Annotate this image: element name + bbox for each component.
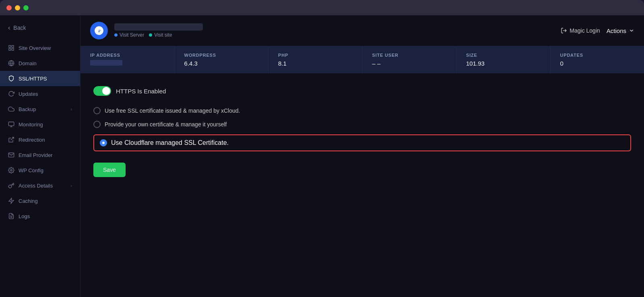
stat-ip-address: IP ADDRESS [80, 46, 175, 73]
sidebar-item-redirection[interactable]: Redirection [0, 132, 80, 147]
zap-icon [8, 198, 14, 204]
sidebar-label-email-provider: Email Provider [19, 152, 53, 158]
site-dot-icon [149, 33, 152, 37]
stat-value-wordpress: 6.4.3 [184, 60, 259, 67]
shield-icon [8, 75, 14, 82]
radio-option-cloudflare-highlighted[interactable]: Use Cloudflare managed SSL Certificate. [93, 134, 631, 151]
key-icon [8, 182, 14, 189]
svg-line-9 [11, 137, 14, 140]
settings-icon [8, 167, 14, 173]
chevron-down-icon [629, 28, 634, 33]
radio-label-free-ssl: Use free SSL certificate issued & manage… [105, 107, 240, 114]
actions-button[interactable]: Actions [607, 27, 634, 34]
visit-server-meta[interactable]: Visit Server [114, 32, 144, 38]
actions-label: Actions [607, 27, 626, 34]
svg-rect-6 [8, 122, 14, 126]
radio-option-own-cert[interactable]: Provide your own certificate & manage it… [93, 121, 631, 128]
wp-logo: W [90, 22, 108, 39]
site-name-bar [114, 23, 203, 31]
https-toggle-label: HTTPS Is Enabled [116, 88, 166, 95]
external-link-icon [8, 136, 14, 143]
monitor-icon [8, 121, 14, 128]
stat-site-user: SITE USER – – [363, 46, 457, 73]
sidebar-item-email-provider[interactable]: Email Provider [0, 147, 80, 163]
radio-label-own-cert: Provide your own certificate & manage it… [105, 121, 227, 128]
toggle-knob [102, 87, 110, 95]
radio-label-cloudflare: Use Cloudflare managed SSL Certificate. [111, 139, 229, 146]
visit-server-label: Visit Server [120, 32, 144, 38]
sidebar-label-redirection: Redirection [19, 137, 45, 143]
stat-value-site-user: – – [372, 60, 447, 67]
svg-point-10 [10, 169, 12, 171]
back-button[interactable]: ‹ Back [0, 19, 80, 37]
magic-login-button[interactable]: Magic Login [561, 27, 600, 34]
visit-site-meta[interactable]: Visit site [149, 32, 172, 38]
sidebar-label-updates: Updates [19, 91, 38, 97]
svg-rect-3 [12, 48, 14, 50]
stat-value-updates: 0 [560, 60, 635, 67]
stat-wordpress: WORDPRESS 6.4.3 [175, 46, 269, 73]
sidebar: ‹ Back Site Overview Domain SSL/HTTPS Up… [0, 15, 80, 297]
sidebar-item-backup[interactable]: Backup › [0, 101, 80, 117]
window-chrome [0, 0, 644, 15]
sidebar-nav: Site Overview Domain SSL/HTTPS Updates B… [0, 37, 80, 297]
stats-bar: IP ADDRESS WORDPRESS 6.4.3 PHP 8.1 SITE … [80, 46, 644, 73]
svg-text:W: W [97, 28, 101, 33]
svg-rect-2 [9, 48, 11, 50]
stat-label-wordpress: WORDPRESS [184, 53, 259, 58]
stat-value-ip-bar [90, 60, 122, 66]
sidebar-label-caching: Caching [19, 198, 38, 204]
sidebar-item-domain[interactable]: Domain [0, 56, 80, 71]
stat-label-php: PHP [278, 53, 353, 58]
maximize-dot[interactable] [23, 5, 29, 10]
chevron-right-access-icon: › [70, 183, 72, 188]
mail-icon [8, 152, 14, 158]
sidebar-item-access-details[interactable]: Access Details › [0, 178, 80, 193]
sidebar-label-monitoring: Monitoring [19, 122, 43, 128]
stat-label-site-user: SITE USER [372, 53, 447, 58]
sidebar-item-ssl-https[interactable]: SSL/HTTPS [0, 71, 80, 86]
magic-login-icon [561, 27, 567, 34]
minimize-dot[interactable] [15, 5, 20, 10]
sidebar-item-caching[interactable]: Caching [0, 193, 80, 208]
stat-size: SIZE 101.93 [456, 46, 551, 73]
back-arrow-icon: ‹ [8, 24, 10, 31]
save-button[interactable]: Save [93, 163, 126, 177]
sidebar-item-updates[interactable]: Updates [0, 86, 80, 101]
sidebar-label-backup: Backup [19, 106, 36, 112]
sidebar-label-domain: Domain [19, 60, 37, 66]
stat-label-updates: UPDATES [560, 53, 635, 58]
sidebar-label-wp-config: WP Config [19, 167, 43, 173]
svg-rect-0 [9, 45, 11, 47]
header-actions: Magic Login Actions [561, 27, 634, 34]
radio-circle-cloudflare [100, 139, 107, 146]
svg-marker-11 [9, 198, 14, 203]
close-dot[interactable] [6, 5, 12, 10]
chevron-right-icon: › [70, 107, 72, 111]
sidebar-item-monitoring[interactable]: Monitoring [0, 117, 80, 132]
https-toggle[interactable] [93, 86, 111, 96]
radio-option-free-ssl[interactable]: Use free SSL certificate issued & manage… [93, 107, 631, 114]
sidebar-item-site-overview[interactable]: Site Overview [0, 40, 80, 56]
sidebar-item-logs[interactable]: Logs [0, 208, 80, 224]
stat-label-ip: IP ADDRESS [90, 53, 165, 58]
cloud-icon [8, 106, 14, 112]
sidebar-label-site-overview: Site Overview [19, 45, 51, 51]
site-info: Visit Server Visit site [114, 23, 203, 38]
radio-circle-own-cert [93, 121, 101, 128]
stat-php: PHP 8.1 [268, 46, 363, 73]
file-text-icon [8, 213, 14, 219]
header: W Visit Server Visit site [80, 15, 644, 46]
grid-icon [8, 45, 14, 51]
sidebar-item-wp-config[interactable]: WP Config [0, 163, 80, 178]
visit-site-label: Visit site [154, 32, 172, 38]
https-toggle-row: HTTPS Is Enabled [93, 86, 631, 96]
svg-rect-1 [12, 45, 14, 47]
stat-updates: UPDATES 0 [551, 46, 644, 73]
content-area: HTTPS Is Enabled Use free SSL certificat… [80, 73, 644, 297]
main-content: W Visit Server Visit site [80, 15, 644, 297]
stat-value-size: 101.93 [466, 60, 541, 67]
refresh-icon [8, 91, 14, 97]
sidebar-label-logs: Logs [19, 213, 30, 219]
server-dot-icon [114, 33, 118, 37]
